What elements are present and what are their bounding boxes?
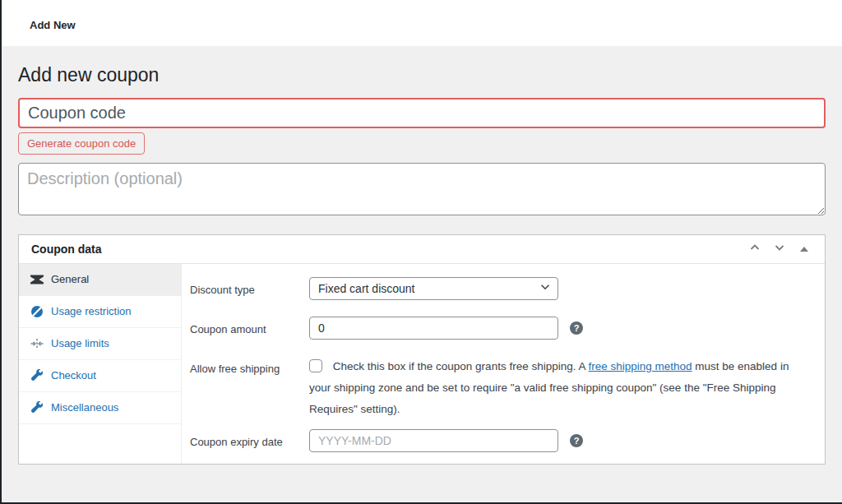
topbar: Add New [2, 0, 842, 46]
free-shipping-method-link[interactable]: free shipping method [588, 360, 692, 372]
coupon-amount-field: Coupon amount ? [190, 317, 825, 340]
discount-type-select[interactable]: Fixed cart discount [309, 277, 558, 300]
coupon-data-header: Coupon data [19, 235, 825, 264]
usage-limits-icon [30, 337, 44, 350]
free-shipping-field: Allow free shipping Check this box if th… [190, 356, 825, 420]
free-shipping-checkbox[interactable] [309, 359, 322, 372]
expiry-date-field: Coupon expiry date ? [190, 429, 825, 452]
move-panel-down-button[interactable] [770, 242, 789, 257]
toggle-panel-button[interactable] [795, 242, 813, 257]
help-icon[interactable]: ? [570, 434, 583, 447]
coupon-code-input[interactable] [18, 98, 826, 128]
admin-page: Add New Add new coupon Generate coupon c… [0, 0, 842, 504]
discount-type-label: Discount type [190, 277, 309, 298]
tab-checkout[interactable]: Checkout [19, 360, 181, 392]
move-panel-up-button[interactable] [746, 242, 764, 257]
chevron-down-icon [773, 241, 786, 257]
free-shipping-text-before: Check this box if the coupon grants free… [333, 360, 589, 372]
wrench-icon [30, 401, 44, 414]
tab-label: General [51, 272, 89, 287]
no-entry-icon [30, 305, 44, 318]
tab-label: Miscellaneous [51, 400, 118, 415]
description-textarea[interactable] [18, 163, 826, 215]
wrench-icon [30, 369, 44, 382]
free-shipping-description: Check this box if the coupon grants free… [309, 356, 803, 420]
tab-miscellaneous[interactable]: Miscellaneous [19, 392, 181, 424]
tab-label: Usage limits [51, 336, 109, 351]
help-icon[interactable]: ? [570, 321, 583, 335]
discount-type-value: Fixed cart discount [318, 282, 415, 295]
coupon-amount-input[interactable] [309, 317, 558, 340]
coupon-data-tabs: General Usage restriction [19, 264, 182, 464]
topbar-title: Add New [30, 19, 76, 31]
triangle-up-icon [800, 247, 808, 252]
coupon-data-body: General Usage restriction [19, 264, 825, 464]
allow-free-shipping-label: Allow free shipping [190, 356, 309, 377]
coupon-data-title: Coupon data [31, 243, 102, 256]
discount-type-field: Discount type Fixed cart discount [190, 277, 825, 300]
tab-general[interactable]: General [19, 264, 181, 296]
generate-coupon-code-button[interactable]: Generate coupon code [18, 132, 145, 155]
coupon-data-panel: Coupon data [18, 234, 826, 465]
coupon-expiry-date-label: Coupon expiry date [190, 429, 309, 450]
general-tab-panel: Discount type Fixed cart discount Coupon… [182, 264, 825, 464]
tab-label: Checkout [51, 368, 96, 383]
coupon-expiry-date-input[interactable] [309, 429, 558, 452]
chevron-up-icon [748, 241, 761, 257]
tab-label: Usage restriction [51, 304, 132, 319]
tab-usage-restriction[interactable]: Usage restriction [19, 296, 181, 328]
tab-usage-limits[interactable]: Usage limits [19, 328, 181, 360]
coupon-amount-label: Coupon amount [190, 317, 309, 337]
main-content: Add new coupon Generate coupon code Coup… [2, 46, 842, 465]
panel-handle-actions [746, 242, 813, 257]
chevron-down-icon [539, 281, 551, 295]
ticket-icon [30, 273, 44, 286]
page-title: Add new coupon [18, 46, 826, 88]
